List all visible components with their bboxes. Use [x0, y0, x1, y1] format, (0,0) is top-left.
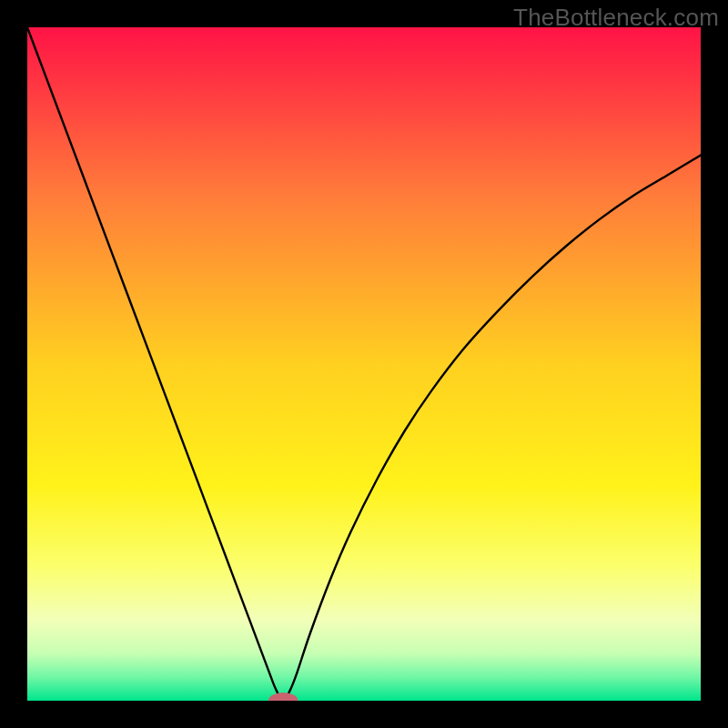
chart-frame: TheBottleneck.com [0, 0, 728, 728]
chart-svg [27, 27, 701, 701]
gradient-background [27, 27, 701, 701]
plot-area [27, 27, 701, 701]
